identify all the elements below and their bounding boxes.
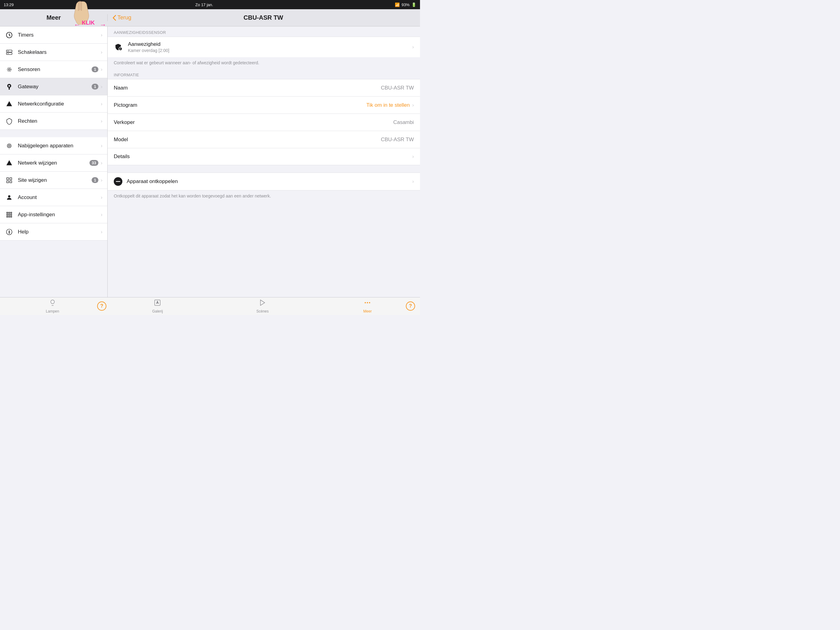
aanwezigheid-text: Aanwezigheid Kamer overdag [2:00]	[128, 41, 412, 53]
pictogram-row[interactable]: Pictogram Tik om in te stellen ›	[107, 96, 420, 114]
battery-icon: 🔋	[411, 2, 416, 7]
verkoper-label: Verkoper	[114, 119, 393, 125]
chevron-icon: ›	[101, 212, 103, 217]
sidebar-label-netwerkconfiguratie: Netwerkconfiguratie	[18, 101, 101, 107]
disconnect-row[interactable]: Apparaat ontkoppelen ›	[107, 173, 420, 190]
svg-rect-2	[6, 52, 12, 54]
naam-value: CBU-ASR TW	[381, 85, 414, 91]
disconnect-description: Ontkoppelt dit apparaat zodat het kan wo…	[107, 190, 420, 202]
svg-point-15	[8, 195, 10, 197]
clock-icon	[5, 31, 14, 40]
sidebar-item-sensoren[interactable]: Sensoren 1 ›	[0, 61, 107, 78]
status-date: Zo 17 jan.	[195, 2, 213, 7]
sidebar-label-rechten: Rechten	[18, 118, 101, 124]
svg-marker-10	[6, 160, 12, 165]
sidebar-item-netwerk-wijzigen[interactable]: Netwerk wijzigen 33 ›	[0, 154, 107, 172]
svg-rect-1	[6, 50, 12, 52]
gateway-icon	[5, 82, 14, 91]
sensor-description: Controleert wat er gebeurt wanneer aan- …	[107, 57, 420, 69]
tab-label-meer: Meer	[363, 309, 372, 313]
status-bar: 13:29 Zo 17 jan. 📶 93% 🔋	[0, 0, 420, 9]
chevron-icon: ›	[101, 177, 103, 183]
sidebar-label-account: Account	[18, 195, 101, 201]
svg-rect-12	[10, 177, 12, 179]
svg-rect-17	[9, 212, 10, 213]
aanwezigheid-subtitle: Kamer overdag [2:00]	[128, 48, 412, 53]
switch-icon	[5, 48, 14, 57]
sidebar-item-account[interactable]: Account ›	[0, 189, 107, 206]
sidebar-item-site-wijzigen[interactable]: Site wijzigen 1 ›	[0, 172, 107, 189]
rights-icon	[5, 117, 14, 125]
svg-rect-22	[7, 216, 8, 217]
help-button-right[interactable]: ?	[406, 301, 415, 311]
sidebar-label-sensoren: Sensoren	[18, 66, 92, 73]
sidebar-label-app-instellingen: App-instellingen	[18, 212, 101, 218]
sidebar-label-timers: Timers	[18, 32, 101, 38]
sidebar-label-netwerk-wijzigen: Netwerk wijzigen	[18, 160, 90, 166]
chevron-icon: ›	[101, 67, 103, 72]
model-value: CBU-ASR TW	[381, 136, 414, 143]
details-label: Details	[114, 154, 410, 160]
scenes-tab-icon	[259, 299, 266, 308]
nearby-icon	[5, 141, 14, 150]
chevron-icon: ›	[101, 119, 103, 124]
chevron-icon: ›	[101, 84, 103, 90]
main-layout: Timers › Schakelaars › Sensoren 1 › Gate…	[0, 27, 420, 297]
sidebar-label-schakelaars: Schakelaars	[18, 49, 101, 55]
lamp-tab-icon	[49, 299, 56, 308]
sidebar-spacer-1	[0, 130, 107, 137]
svg-point-32	[367, 302, 368, 303]
svg-marker-7	[6, 101, 12, 106]
sidebar-item-rechten[interactable]: Rechten ›	[0, 112, 107, 130]
details-row[interactable]: Details ›	[107, 148, 420, 165]
tab-label-galerij: Galerij	[152, 309, 163, 313]
chevron-icon: ›	[101, 143, 103, 149]
sidebar-item-app-instellingen[interactable]: App-instellingen ›	[0, 206, 107, 223]
naam-row: Naam CBU-ASR TW	[107, 79, 420, 96]
sidebar-label-gateway: Gateway	[18, 84, 92, 90]
disconnect-icon	[114, 177, 122, 186]
tab-lampen[interactable]: Lampen	[0, 298, 105, 315]
sidebar-item-schakelaars[interactable]: Schakelaars ›	[0, 44, 107, 61]
gateway-badge: 1	[92, 84, 98, 90]
sidebar-item-gateway[interactable]: Gateway 1 ›	[0, 78, 107, 95]
sensor-section-header: AANWEZIGHEIDSSENSOR	[107, 27, 420, 36]
help-button-left[interactable]: ?	[97, 301, 106, 311]
sidebar-item-nabijgelegen[interactable]: Nabijgelegen apparaten ›	[0, 137, 107, 154]
chevron-icon: ›	[101, 101, 103, 107]
site-badge: 1	[92, 177, 98, 183]
chevron-icon: ›	[101, 195, 103, 200]
tab-galerij[interactable]: A Galerij	[105, 298, 210, 315]
model-row: Model CBU-ASR TW	[107, 131, 420, 148]
pictogram-value: Tik om in te stellen	[366, 102, 410, 108]
sidebar-label-nabijgelegen: Nabijgelegen apparaten	[18, 143, 101, 149]
help-icon: i	[5, 228, 14, 236]
chevron-icon: ›	[412, 179, 414, 184]
status-right: 📶 93% 🔋	[395, 2, 416, 7]
sidebar-item-timers[interactable]: Timers ›	[0, 27, 107, 44]
info-section-header: INFORMATIE	[107, 69, 420, 79]
aanwezigheid-title: Aanwezigheid	[128, 41, 412, 47]
tab-scenes[interactable]: Scènes	[210, 298, 315, 315]
tab-meer[interactable]: Meer	[315, 298, 420, 315]
svg-rect-18	[11, 212, 12, 213]
verkoper-value: Casambi	[393, 119, 414, 125]
svg-rect-11	[7, 177, 9, 179]
svg-point-5	[8, 69, 10, 70]
sidebar-item-help[interactable]: i Help ›	[0, 223, 107, 241]
aanwezigheid-row[interactable]: Aanwezigheid Kamer overdag [2:00] ›	[107, 36, 420, 57]
back-button[interactable]: Terug	[112, 14, 131, 21]
network-change-icon	[5, 159, 14, 167]
nav-bar: Meer Terug CBU-ASR TW	[0, 9, 420, 27]
network-icon	[5, 100, 14, 108]
sensor-icon	[5, 65, 14, 74]
content-area: AANWEZIGHEIDSSENSOR Aanwezigheid Kamer o…	[107, 27, 420, 297]
svg-rect-21	[11, 214, 12, 215]
svg-rect-14	[10, 180, 12, 182]
svg-rect-16	[7, 212, 8, 213]
chevron-icon: ›	[412, 103, 414, 108]
chevron-icon: ›	[101, 49, 103, 55]
sidebar-item-netwerkconfiguratie[interactable]: Netwerkconfiguratie ›	[0, 95, 107, 112]
battery-label: 93%	[401, 2, 409, 7]
svg-rect-20	[9, 214, 10, 215]
